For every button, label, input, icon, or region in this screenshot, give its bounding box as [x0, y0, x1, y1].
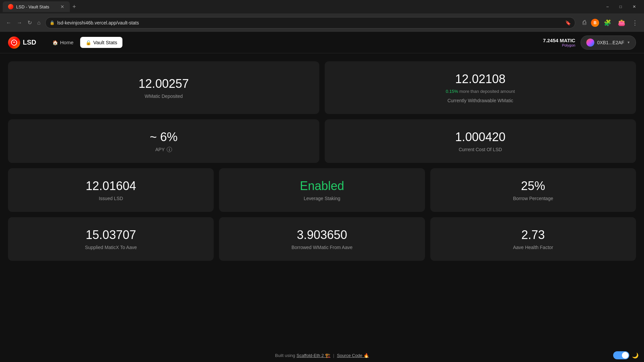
withdrawable-subtitle: 0.15% more than deposited amount	[446, 89, 515, 94]
wmatic-deposited-value: 12.00257	[139, 77, 189, 91]
cost-lsd-card: 1.000420 Current Cost Of LSD	[325, 119, 636, 163]
supplied-maticx-value: 15.03707	[86, 228, 136, 242]
theme-toggle: 🌙	[613, 351, 639, 359]
borrowed-wmatic-value: 3.903650	[297, 228, 347, 242]
bookmark-icon: 🔖	[565, 20, 571, 25]
app-nav: LSD 🏠 Home 🔒 Vault Stats 7.2454 MATIC Po…	[0, 32, 644, 53]
browser-chrome: LSD - Vault Stats ✕ + – □ ✕ ← → ↻ ⌂ 🔒	[0, 0, 644, 32]
balance-network: Polygon	[543, 43, 575, 47]
wallet-address-text: 0XB1...E2AF	[597, 40, 624, 45]
aave-health-label: Aave Health Factor	[513, 245, 553, 250]
wallet-extension-button[interactable]: 👛	[616, 18, 627, 27]
borrow-percentage-card: 25% Borrow Percentage	[430, 168, 636, 212]
tab-title: LSD - Vault Stats	[16, 4, 49, 9]
issued-lsd-label: Issued LSD	[99, 196, 123, 201]
scaffold-eth-emoji: 🏗️	[325, 353, 330, 358]
vault-nav-label: Vault Stats	[93, 40, 117, 45]
new-tab-button[interactable]: +	[70, 2, 79, 12]
wallet-avatar	[586, 39, 594, 47]
browser-nav-bar: ← → ↻ ⌂ 🔒 lsd-kevinjoshi46b.vercel.app/v…	[0, 13, 644, 32]
active-tab[interactable]: LSD - Vault Stats ✕	[3, 1, 70, 12]
borrow-percentage-value: 25%	[521, 179, 545, 193]
main-content: 12.00257 WMatic Deposited 12.02108 0.15%…	[0, 53, 644, 349]
menu-button[interactable]: ⋮	[630, 18, 640, 27]
nav-vault-stats[interactable]: 🔒 Vault Stats	[80, 37, 122, 48]
vault-nav-icon: 🔒	[86, 40, 91, 45]
ssl-icon: 🔒	[50, 20, 55, 25]
apy-label: APY	[155, 147, 165, 152]
home-nav-label: Home	[60, 40, 73, 45]
extensions-button[interactable]: 🧩	[602, 18, 613, 27]
apy-value: ~ 6%	[150, 130, 177, 144]
nav-right: 7.2454 MATIC Polygon 0XB1...E2AF ▼	[543, 36, 636, 50]
footer-built-text: Built using	[275, 353, 295, 358]
home-button[interactable]: ⌂	[35, 18, 43, 27]
nav-links: 🏠 Home 🔒 Vault Stats	[47, 37, 122, 48]
supplied-maticx-label: Supplied MaticX To Aave	[85, 245, 137, 250]
tab-close-button[interactable]: ✕	[60, 4, 64, 9]
wmatic-deposited-card: 12.00257 WMatic Deposited	[8, 61, 319, 114]
dark-mode-toggle[interactable]	[613, 351, 629, 359]
source-code-text: Source Code	[337, 353, 362, 358]
browser-actions: ⎙ B 🧩 👛 ⋮	[581, 18, 640, 27]
leverage-staking-value: Enabled	[300, 179, 344, 193]
forward-button[interactable]: →	[15, 18, 24, 27]
browser-title-bar: LSD - Vault Stats ✕ + – □ ✕	[0, 0, 644, 13]
aave-health-value: 2.73	[521, 228, 545, 242]
window-controls: – □ ✕	[601, 3, 641, 10]
leverage-staking-card: Enabled Leverage Staking	[219, 168, 425, 212]
withdrawable-label: Currently Withdrawable WMatic	[447, 98, 513, 103]
withdrawable-wmatic-card: 12.02108 0.15% more than deposited amoun…	[325, 61, 636, 114]
close-button[interactable]: ✕	[627, 3, 641, 10]
borrowed-wmatic-label: Borrowed WMatic From Aave	[291, 245, 353, 250]
supplied-maticx-card: 15.03707 Supplied MaticX To Aave	[8, 217, 214, 261]
wallet-balance: 7.2454 MATIC Polygon	[543, 38, 575, 47]
borrowed-wmatic-card: 3.903650 Borrowed WMatic From Aave	[219, 217, 425, 261]
wallet-address-button[interactable]: 0XB1...E2AF ▼	[581, 36, 636, 50]
url-text: lsd-kevinjoshi46b.vercel.app/vault-stats	[57, 20, 562, 25]
withdrawable-percent: 0.15%	[446, 89, 458, 94]
balance-amount: 7.2454 MATIC	[543, 38, 575, 43]
scaffold-eth-link[interactable]: Scaffold-Eth 2 🏗️	[297, 353, 330, 358]
source-code-link[interactable]: Source Code 🔥	[337, 353, 369, 358]
footer: Built using Scaffold-Eth 2 🏗️ | Source C…	[0, 349, 644, 362]
apy-info-icon[interactable]: ℹ	[167, 147, 172, 152]
brave-shield-icon[interactable]: B	[591, 19, 599, 27]
share-button[interactable]: ⎙	[581, 18, 588, 27]
address-bar[interactable]: 🔒 lsd-kevinjoshi46b.vercel.app/vault-sta…	[45, 17, 575, 28]
cost-lsd-label: Current Cost Of LSD	[459, 147, 502, 152]
stats-top-row: 12.00257 WMatic Deposited 12.02108 0.15%…	[8, 61, 636, 114]
withdrawable-value: 12.02108	[455, 72, 505, 86]
tab-favicon	[8, 4, 13, 9]
withdrawable-subtitle-text: more than deposited amount	[460, 89, 515, 94]
toggle-knob	[622, 352, 629, 359]
refresh-button[interactable]: ↻	[25, 18, 34, 27]
issued-lsd-value: 12.01604	[86, 179, 136, 193]
wmatic-deposited-label: WMatic Deposited	[145, 94, 183, 99]
stats-middle-row: ~ 6% APY ℹ 1.000420 Current Cost Of LSD	[8, 119, 636, 163]
wallet-chevron-icon: ▼	[627, 41, 630, 44]
logo-text: LSD	[23, 39, 36, 46]
aave-health-card: 2.73 Aave Health Factor	[430, 217, 636, 261]
leverage-staking-label: Leverage Staking	[304, 196, 340, 201]
logo-svg	[11, 39, 17, 46]
stats-third-row: 12.01604 Issued LSD Enabled Leverage Sta…	[8, 168, 636, 212]
app-logo: LSD	[8, 37, 36, 49]
borrow-percentage-label: Borrow Percentage	[513, 196, 553, 201]
scaffold-eth-link-text: Scaffold-Eth 2	[297, 353, 324, 358]
logo-icon	[8, 37, 20, 49]
nav-home[interactable]: 🏠 Home	[47, 37, 79, 48]
cost-lsd-value: 1.000420	[455, 130, 505, 144]
issued-lsd-card: 12.01604 Issued LSD	[8, 168, 214, 212]
browser-nav-buttons: ← → ↻ ⌂	[4, 18, 43, 27]
footer-divider: |	[333, 353, 334, 358]
apy-label-row: APY ℹ	[155, 147, 172, 152]
stats-bottom-row: 15.03707 Supplied MaticX To Aave 3.90365…	[8, 217, 636, 261]
minimize-button[interactable]: –	[601, 3, 614, 10]
back-button[interactable]: ←	[4, 18, 13, 27]
apy-card: ~ 6% APY ℹ	[8, 119, 319, 163]
maximize-button[interactable]: □	[614, 3, 627, 10]
source-code-emoji: 🔥	[364, 353, 369, 358]
home-nav-icon: 🏠	[52, 40, 58, 45]
moon-icon: 🌙	[632, 352, 639, 359]
